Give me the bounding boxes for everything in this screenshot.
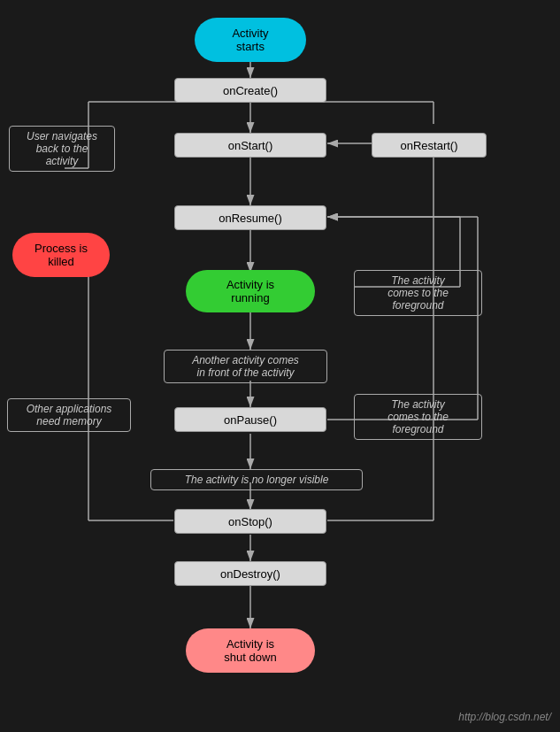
activity-shutdown-label: Activity isshut down	[224, 637, 276, 664]
on-create-node: onCreate()	[174, 78, 326, 103]
no-longer-visible-label: The activity is no longer visible	[150, 469, 363, 490]
on-create-label: onCreate()	[223, 84, 278, 97]
on-start-node: onStart()	[174, 133, 326, 158]
process-killed-node: Process iskilled	[12, 233, 110, 277]
on-destroy-label: onDestroy()	[220, 567, 280, 581]
on-pause-node: onPause()	[174, 407, 326, 432]
on-restart-node: onRestart()	[372, 133, 487, 158]
activity-foreground1-label: The activitycomes to theforeground	[354, 270, 482, 316]
on-pause-label: onPause()	[224, 413, 277, 427]
activity-running-label: Activity isrunning	[226, 278, 274, 304]
activity-starts-label: Activitystarts	[232, 27, 268, 53]
on-resume-label: onResume()	[219, 212, 282, 225]
on-resume-node: onResume()	[174, 205, 326, 230]
on-start-label: onStart()	[228, 139, 273, 152]
on-destroy-node: onDestroy()	[174, 561, 326, 586]
diagram: Activitystarts onCreate() User navigates…	[0, 0, 560, 732]
process-killed-label: Process iskilled	[35, 242, 88, 268]
other-apps-label: Other applicationsneed memory	[7, 398, 131, 432]
user-navigates-label: User navigatesback to theactivity	[9, 126, 115, 172]
on-restart-label: onRestart()	[400, 139, 457, 152]
another-activity-label: Another activity comesin front of the ac…	[164, 350, 327, 383]
watermark: http://blog.csdn.net/	[458, 711, 551, 723]
on-stop-label: onStop()	[228, 515, 272, 528]
activity-shutdown-node: Activity isshut down	[186, 628, 315, 673]
activity-starts-node: Activitystarts	[195, 18, 306, 62]
activity-foreground2-label: The activitycomes to theforeground	[354, 394, 482, 440]
activity-running-node: Activity isrunning	[186, 270, 315, 312]
on-stop-node: onStop()	[174, 509, 326, 534]
